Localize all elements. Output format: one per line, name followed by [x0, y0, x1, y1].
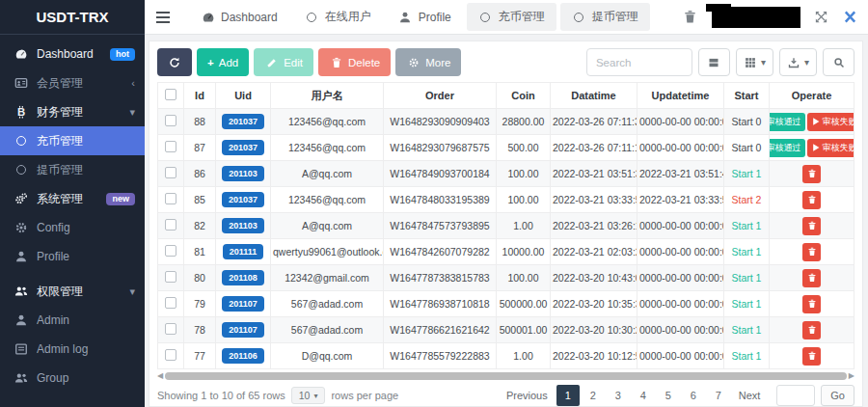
sidebar-item-admin[interactable]: Admin: [0, 306, 145, 335]
uid-badge[interactable]: 201107: [222, 296, 264, 312]
reject-button[interactable]: 审核失败: [807, 113, 854, 131]
approve-button[interactable]: 审核通过: [770, 139, 805, 157]
cell-operate: [770, 239, 854, 265]
row-checkbox[interactable]: [165, 193, 176, 204]
scroll-right-icon[interactable]: ▶: [849, 372, 854, 380]
trash-icon: [807, 169, 817, 178]
export-button[interactable]: ▾: [779, 48, 817, 76]
sidebar-item-auth-mgmt[interactable]: 权限管理▾: [0, 277, 145, 306]
column-header: Coin: [497, 83, 551, 109]
delete-row-button[interactable]: [802, 321, 821, 339]
sidebar-item-finance-mgmt[interactable]: B财务管理▾: [0, 97, 145, 126]
edit-button[interactable]: Edit: [254, 48, 313, 76]
tab-withdraw-mgmt[interactable]: 提币管理: [560, 3, 650, 31]
sidebar-item-dashboard[interactable]: Dashboardhot: [0, 40, 145, 68]
users-icon: [14, 285, 28, 299]
page-button-1[interactable]: 1: [556, 385, 580, 406]
tab-deposit-mgmt[interactable]: 充币管理: [467, 3, 556, 31]
tab-online-users[interactable]: 在线用户: [293, 3, 383, 31]
fullscreen-icon[interactable]: [814, 10, 829, 25]
sidebar-item-system-mgmt[interactable]: 系统管理new: [0, 184, 145, 213]
tab-dashboard[interactable]: Dashboard: [189, 4, 289, 30]
sidebar-item-profile[interactable]: Profile: [0, 242, 145, 271]
page-button-6[interactable]: 6: [682, 385, 705, 406]
uid-badge[interactable]: 201111: [223, 244, 264, 259]
uid-badge[interactable]: 201107: [222, 322, 264, 338]
uid-badge[interactable]: 201106: [222, 348, 264, 364]
row-checkbox[interactable]: [165, 297, 176, 309]
sidebar-item-withdraw-mgmt[interactable]: 提币管理: [0, 155, 145, 184]
select-all-checkbox[interactable]: [165, 89, 176, 100]
columns-button[interactable]: ▾: [736, 48, 773, 76]
cell-coin: 100.00: [497, 161, 551, 187]
table-wrap: IdUid用户名OrderCoinDatatimeUpdatetimeStart…: [149, 82, 862, 369]
search-button[interactable]: [823, 48, 854, 76]
scroll-left-icon[interactable]: ◀: [157, 372, 163, 380]
gauge-icon: [201, 10, 215, 24]
row-checkbox[interactable]: [165, 245, 176, 257]
reject-button[interactable]: 审核失败: [807, 139, 854, 157]
go-button[interactable]: Go: [821, 385, 854, 406]
uid-badge[interactable]: 201037: [222, 192, 264, 207]
uid-badge[interactable]: 201037: [222, 114, 264, 129]
row-checkbox[interactable]: [165, 323, 176, 335]
uid-badge[interactable]: 201103: [222, 166, 264, 181]
tab-profile[interactable]: Profile: [387, 4, 463, 30]
row-checkbox[interactable]: [165, 219, 176, 231]
delete-row-button[interactable]: [802, 217, 821, 235]
cell-operate: [770, 291, 854, 317]
previous-page-button[interactable]: Previous: [500, 385, 555, 406]
cell-start: Start 1: [724, 161, 770, 187]
cell-datatime: 2022-03-26 07:11:30: [551, 109, 637, 135]
row-checkbox[interactable]: [165, 141, 176, 152]
cell-updatetime: 0000-00-00 00:00:00: [637, 291, 724, 317]
page-size-dropdown[interactable]: 10▾: [291, 387, 326, 404]
delete-row-button[interactable]: [802, 165, 821, 183]
sidebar-item-config[interactable]: Config: [0, 213, 145, 242]
sidebar-item-label: Dashboard: [37, 47, 101, 61]
delete-row-button[interactable]: [802, 243, 821, 261]
delete-button[interactable]: Delete: [318, 48, 391, 76]
hamburger-menu-icon[interactable]: [154, 6, 179, 29]
row-checkbox[interactable]: [165, 167, 176, 178]
delete-row-button[interactable]: [802, 347, 821, 366]
cell-select: [158, 239, 184, 265]
uid-badge[interactable]: 201108: [222, 270, 264, 285]
log-icon: [14, 342, 28, 357]
toggle-view-button[interactable]: [698, 48, 730, 76]
more-button[interactable]: More: [395, 48, 461, 76]
x-icon[interactable]: [843, 10, 858, 25]
delete-row-button[interactable]: [802, 295, 821, 313]
delete-row-button[interactable]: [802, 269, 821, 287]
scrollbar-thumb[interactable]: [165, 372, 847, 380]
cell-coin: 1.00: [497, 343, 551, 369]
sidebar-item-member-mgmt[interactable]: 会员管理‹: [0, 68, 145, 97]
sidebar-item-admin-log[interactable]: Admin log: [0, 335, 145, 364]
delete-row-button[interactable]: [802, 191, 821, 209]
cell-order: W1647842607079282: [384, 239, 497, 265]
page-button-7[interactable]: 7: [707, 385, 730, 406]
approve-button[interactable]: 审核通过: [770, 113, 805, 131]
page-button-4[interactable]: 4: [632, 385, 655, 406]
row-checkbox[interactable]: [165, 349, 176, 361]
add-button[interactable]: +Add: [197, 48, 249, 76]
search-input[interactable]: [586, 48, 692, 76]
idcard-icon: [14, 76, 28, 91]
goto-page-input[interactable]: [776, 385, 815, 406]
refresh-button[interactable]: [157, 48, 192, 76]
cell-order: W1647847573793895: [384, 213, 497, 239]
cell-id: 85: [184, 187, 216, 213]
page-button-5[interactable]: 5: [657, 385, 680, 406]
row-checkbox[interactable]: [165, 271, 176, 283]
row-checkbox[interactable]: [165, 115, 176, 126]
page-button-2[interactable]: 2: [582, 385, 605, 406]
cell-coin: 500.00: [497, 135, 551, 161]
uid-badge[interactable]: 201037: [222, 140, 264, 155]
next-page-button[interactable]: Next: [732, 385, 768, 406]
sidebar-item-group[interactable]: Group: [0, 364, 145, 393]
cell-username: qwertyu99061@outlook.com: [271, 239, 384, 265]
trash-icon[interactable]: [683, 10, 698, 25]
page-button-3[interactable]: 3: [607, 385, 630, 406]
uid-badge[interactable]: 201103: [222, 218, 264, 233]
sidebar-item-deposit-mgmt[interactable]: 充币管理: [0, 126, 145, 155]
